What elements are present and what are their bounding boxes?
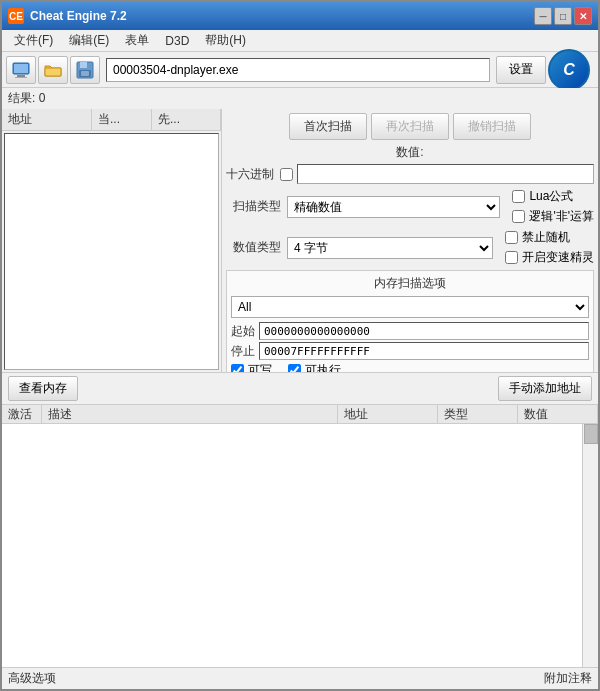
no-random-row: 禁止随机 — [505, 229, 594, 246]
col-addr: 地址 — [338, 405, 438, 423]
value-type-row: 数值类型 1 字节 2 字节 4 字节 8 字节 浮点数 禁止随机 — [226, 229, 594, 266]
left-panel: 地址 当... 先... — [2, 109, 222, 372]
memory-scan-title: 内存扫描选项 — [231, 275, 589, 292]
col-value: 数值 — [518, 405, 598, 423]
toolbar-logo-area: 00003504-dnplayer.exe 设置 C — [102, 49, 594, 91]
not-or-option-row: 逻辑'非'运算 — [512, 208, 594, 225]
right-panel: 首次扫描 再次扫描 撤销扫描 数值: 十六进制 扫描类型 — [222, 109, 598, 372]
process-name: 00003504-dnplayer.exe — [113, 63, 238, 77]
scrollbar[interactable] — [582, 424, 598, 667]
save-icon — [75, 60, 95, 80]
table-section: 激活 描述 地址 类型 数值 — [2, 404, 598, 667]
main-content: 结果: 0 地址 当... 先... 首次扫描 再次扫描 撤销扫描 — [2, 88, 598, 689]
computer-icon — [11, 60, 31, 80]
table-body — [2, 424, 598, 667]
undo-scan-button[interactable]: 撤销扫描 — [453, 113, 531, 140]
left-col-prev: 先... — [152, 109, 221, 130]
menu-file[interactable]: 文件(F) — [6, 30, 61, 51]
title-bar-left: CE Cheat Engine 7.2 — [8, 8, 127, 24]
stop-addr-label: 停止 — [231, 343, 255, 360]
scrollbar-thumb[interactable] — [584, 424, 598, 444]
scan-type-select[interactable]: 精确数值 比上次增加了 比上次减少了 大于… 未改变的值 — [287, 196, 500, 218]
title-bar: CE Cheat Engine 7.2 ─ □ ✕ — [2, 2, 598, 30]
lua-option-row: Lua公式 — [512, 188, 594, 205]
executable-row: 可执行 — [288, 362, 341, 372]
writable-label: 可写 — [248, 362, 272, 372]
speed-wizard-checkbox[interactable] — [505, 251, 518, 264]
settings-label: 设置 — [509, 61, 533, 78]
executable-checkbox[interactable] — [288, 364, 301, 372]
stop-addr-input[interactable] — [259, 342, 589, 360]
scan-type-label: 扫描类型 — [226, 198, 281, 215]
speed-wizard-label: 开启变速精灵 — [522, 249, 594, 266]
no-random-checkbox[interactable] — [505, 231, 518, 244]
results-bar: 结果: 0 — [2, 88, 598, 109]
toolbar: 00003504-dnplayer.exe 设置 C — [2, 52, 598, 88]
left-list[interactable] — [4, 133, 219, 370]
add-address-button[interactable]: 手动添加地址 — [498, 376, 592, 401]
results-count: 结果: 0 — [8, 91, 45, 105]
advanced-options-link[interactable]: 高级选项 — [8, 670, 56, 687]
value-type-label: 数值类型 — [226, 239, 281, 256]
status-bar: 高级选项 附加注释 — [2, 667, 598, 689]
not-or-checkbox[interactable] — [512, 210, 525, 223]
close-button[interactable]: ✕ — [574, 7, 592, 25]
value-label: 数值: — [226, 144, 594, 161]
left-col-address: 地址 — [2, 109, 92, 130]
writable-row: 可写 — [231, 362, 272, 372]
writable-checkbox[interactable] — [231, 364, 244, 372]
window-title: Cheat Engine 7.2 — [30, 9, 127, 23]
scan-buttons: 首次扫描 再次扫描 撤销扫描 — [226, 113, 594, 140]
lua-label: Lua公式 — [529, 188, 573, 205]
stop-addr-row: 停止 — [231, 342, 589, 360]
main-window: CE Cheat Engine 7.2 ─ □ ✕ 文件(F) 编辑(E) 表单… — [0, 0, 600, 691]
app-icon: CE — [8, 8, 24, 24]
svg-rect-2 — [15, 77, 27, 78]
add-comment-link[interactable]: 附加注释 — [544, 670, 592, 687]
start-addr-label: 起始 — [231, 323, 255, 340]
svg-rect-1 — [17, 75, 25, 77]
col-type: 类型 — [438, 405, 518, 423]
title-controls: ─ □ ✕ — [534, 7, 592, 25]
svg-rect-6 — [80, 62, 87, 68]
not-or-label: 逻辑'非'运算 — [529, 208, 594, 225]
start-addr-row: 起始 — [231, 322, 589, 340]
hex-row: 十六进制 — [226, 164, 594, 184]
value-input[interactable] — [297, 164, 594, 184]
first-scan-button[interactable]: 首次扫描 — [289, 113, 367, 140]
maximize-button[interactable]: □ — [554, 7, 572, 25]
minimize-button[interactable]: ─ — [534, 7, 552, 25]
memory-scan-section: 内存扫描选项 All Custom 起始 停止 — [226, 270, 594, 372]
folder-icon — [43, 60, 63, 80]
scan-type-row: 扫描类型 精确数值 比上次增加了 比上次减少了 大于… 未改变的值 Lua公式 — [226, 188, 594, 225]
no-random-label: 禁止随机 — [522, 229, 570, 246]
value-section: 数值: 十六进制 — [226, 144, 594, 184]
hex-checkbox[interactable] — [280, 168, 293, 181]
open-file-button[interactable] — [38, 56, 68, 84]
executable-label: 可执行 — [305, 362, 341, 372]
table-header: 激活 描述 地址 类型 数值 — [2, 404, 598, 424]
left-panel-header: 地址 当... 先... — [2, 109, 221, 131]
next-scan-button[interactable]: 再次扫描 — [371, 113, 449, 140]
memory-scan-select[interactable]: All Custom — [231, 296, 589, 318]
value-type-select[interactable]: 1 字节 2 字节 4 字节 8 字节 浮点数 — [287, 237, 493, 259]
lua-checkbox[interactable] — [512, 190, 525, 203]
svg-rect-8 — [81, 71, 89, 76]
svg-rect-4 — [45, 68, 61, 76]
settings-button[interactable]: 设置 — [496, 56, 546, 84]
col-active: 激活 — [2, 405, 42, 423]
start-addr-input[interactable] — [259, 322, 589, 340]
left-col-current: 当... — [92, 109, 152, 130]
open-process-button[interactable] — [6, 56, 36, 84]
hex-label: 十六进制 — [226, 166, 276, 183]
view-memory-button[interactable]: 查看内存 — [8, 376, 78, 401]
svg-rect-3 — [14, 64, 28, 73]
save-button[interactable] — [70, 56, 100, 84]
menu-d3d[interactable]: D3D — [157, 32, 197, 50]
process-name-bar: 00003504-dnplayer.exe — [106, 58, 490, 82]
ce-logo: C — [548, 49, 590, 91]
bottom-toolbar: 查看内存 手动添加地址 — [2, 372, 598, 404]
speed-wizard-row: 开启变速精灵 — [505, 249, 594, 266]
two-panel: 地址 当... 先... 首次扫描 再次扫描 撤销扫描 数值: — [2, 109, 598, 372]
col-desc: 描述 — [42, 405, 338, 423]
